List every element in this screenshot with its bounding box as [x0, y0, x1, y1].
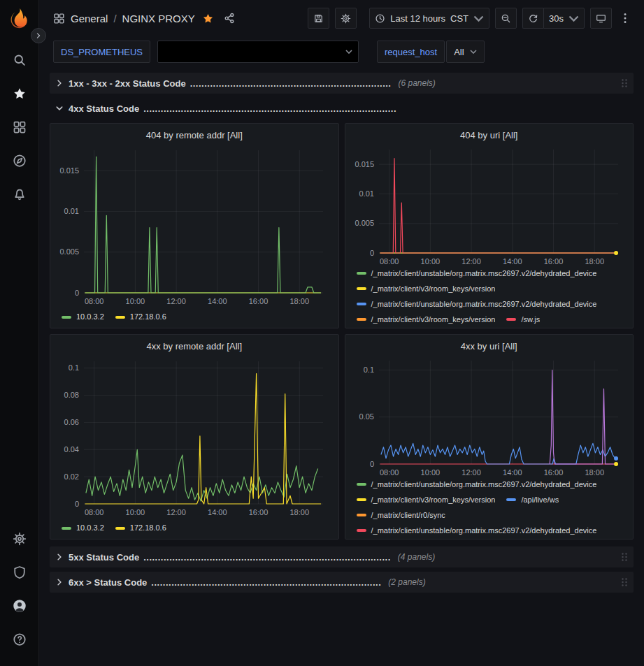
- gear-icon: [341, 13, 351, 24]
- time-range-picker[interactable]: Last 12 hours CST: [369, 8, 489, 29]
- legend-series-label: /api/live/ws: [521, 494, 559, 506]
- question-circle-icon: [13, 632, 27, 646]
- legend-series-label: /_matrix/client/unstable/org.matrix.msc2…: [371, 298, 597, 310]
- svg-text:0.02: 0.02: [64, 472, 79, 481]
- panel-title[interactable]: 4xx by uri [All]: [351, 339, 628, 355]
- zoom-out-button[interactable]: [495, 8, 517, 29]
- sidebar-item-settings[interactable]: [6, 525, 34, 553]
- panel-4xx-by-remote-addr: 4xx by remote addr [All] 08:0010:0012:00…: [50, 334, 339, 540]
- sidebar-item-alerting[interactable]: [6, 180, 34, 208]
- row-4xx-status-code[interactable]: 4xx Status Code ........................…: [50, 98, 634, 119]
- row-5xx-status-code[interactable]: 5xx Status Code ........................…: [50, 546, 634, 567]
- legend-series-label: /_matrix/client/v3/room_keys/version: [371, 494, 496, 506]
- sidebar-item-explore[interactable]: [6, 147, 34, 175]
- sidebar-item-starred[interactable]: [6, 80, 34, 108]
- sidebar-item-profile[interactable]: [6, 592, 34, 620]
- panel-title[interactable]: 404 by remote addr [All]: [56, 128, 333, 145]
- time-series-chart[interactable]: 08:0010:0012:0014:0016:0018:0000.020.040…: [56, 356, 331, 519]
- legend-series-label: /_matrix/client/unstable/org.matrix.msc2…: [371, 268, 597, 280]
- sidebar-item-help[interactable]: [6, 625, 34, 653]
- sidebar-item-server-admin[interactable]: [6, 558, 34, 586]
- refresh-icon: [528, 13, 538, 24]
- sidebar-expand-button[interactable]: [31, 28, 46, 43]
- legend-item[interactable]: /api/live/ws: [506, 494, 559, 506]
- refresh-interval-label: 30s: [549, 13, 564, 24]
- row-drag-handle-icon[interactable]: [621, 552, 628, 562]
- chevron-down-icon: [345, 50, 352, 54]
- save-icon: [313, 13, 324, 24]
- svg-text:0.04: 0.04: [64, 445, 79, 454]
- sidebar-item-dashboards[interactable]: [6, 113, 34, 141]
- top-navbar: General / NGINX PROXY: [39, 0, 644, 36]
- legend-series-color: [115, 527, 125, 530]
- row-title: 5xx Status Code: [69, 552, 139, 563]
- row-panel-count: (6 panels): [398, 78, 435, 88]
- dashboard-settings-button[interactable]: [335, 8, 357, 29]
- row-title: 6xx > Status Code: [69, 577, 147, 588]
- svg-text:18:00: 18:00: [289, 297, 309, 305]
- legend-series-label: /_matrix/client/r0/sync: [371, 509, 445, 521]
- panel-title[interactable]: 404 by uri [All]: [351, 128, 628, 144]
- legend-item[interactable]: 172.18.0.6: [115, 311, 166, 323]
- row-1xx-3xx-2xx-status-code[interactable]: 1xx - 3xx - 2xx Status Code ............…: [50, 73, 634, 94]
- row-title: 1xx - 3xx - 2xx Status Code: [69, 78, 186, 89]
- share-icon[interactable]: [224, 13, 235, 24]
- legend-item[interactable]: 172.18.0.6: [115, 522, 166, 534]
- legend-item[interactable]: /_matrix/client/unstable/org.matrix.msc2…: [357, 479, 597, 491]
- legend-series-color: [506, 318, 516, 321]
- legend-item[interactable]: /_matrix/client/r0/sync: [357, 509, 445, 521]
- panel-title[interactable]: 4xx by remote addr [All]: [56, 339, 333, 356]
- panel-grid: 404 by remote addr [All] 08:0010:0012:00…: [50, 123, 634, 540]
- datasource-picker[interactable]: [157, 41, 359, 63]
- breadcrumb: General / NGINX PROXY: [71, 13, 195, 24]
- legend-item[interactable]: /_matrix/client/unstable/org.matrix.msc2…: [357, 525, 597, 535]
- legend-series-color: [62, 527, 71, 530]
- navbar-actions: Last 12 hours CST 30: [308, 8, 633, 29]
- breadcrumb-folder[interactable]: General: [71, 13, 108, 24]
- favorite-star-icon[interactable]: [202, 13, 214, 24]
- legend-item[interactable]: /sw.js: [506, 314, 540, 324]
- legend-item[interactable]: 10.0.3.2: [62, 522, 104, 534]
- time-series-chart[interactable]: 08:0010:0012:0014:0016:0018:0000.0050.01…: [351, 144, 627, 264]
- legend-item[interactable]: /_matrix/client/v3/room_keys/version: [357, 494, 496, 506]
- row-drag-handle-icon[interactable]: [621, 577, 628, 587]
- save-dashboard-button[interactable]: [308, 8, 329, 29]
- legend-item[interactable]: /_matrix/client/unstable/org.matrix.msc2…: [357, 268, 597, 280]
- time-series-chart[interactable]: 08:0010:0012:0014:0016:0018:0000.050.1: [351, 355, 627, 475]
- time-range-label: Last 12 hours: [390, 13, 445, 24]
- legend-series-color: [62, 316, 71, 319]
- time-series-chart[interactable]: 08:0010:0012:0014:0016:0018:0000.0050.01…: [56, 145, 331, 308]
- legend-series-label: 10.0.3.2: [76, 522, 104, 534]
- refresh-button[interactable]: [522, 8, 543, 29]
- row-panel-count: (4 panels): [398, 552, 435, 562]
- legend-series-color: [357, 498, 366, 501]
- main-area: General / NGINX PROXY: [39, 0, 644, 666]
- legend-item[interactable]: 10.0.3.2: [62, 311, 104, 323]
- row-6xx-status-code[interactable]: 6xx > Status Code ......................…: [50, 572, 634, 593]
- svg-text:0.1: 0.1: [363, 365, 373, 374]
- legend-item[interactable]: /_matrix/client/unstable/org.matrix.msc2…: [357, 298, 597, 310]
- sidebar-item-search[interactable]: [6, 46, 34, 74]
- legend-item[interactable]: /_matrix/client/v3/room_keys/version: [357, 283, 496, 295]
- legend-series-label: /sw.js: [521, 314, 540, 324]
- row-drag-handle-icon[interactable]: [621, 78, 628, 88]
- refresh-interval-dropdown[interactable]: 30s: [543, 8, 585, 29]
- grafana-logo[interactable]: [8, 7, 31, 31]
- legend-series-color: [357, 483, 366, 486]
- svg-text:0: 0: [75, 500, 79, 508]
- panel-404-by-remote-addr: 404 by remote addr [All] 08:0010:0012:00…: [50, 123, 339, 328]
- svg-text:0.01: 0.01: [64, 207, 79, 215]
- legend-item[interactable]: /_matrix/client/v3/room_keys/version: [357, 314, 496, 324]
- request-host-select[interactable]: All: [446, 41, 484, 63]
- breadcrumb-title[interactable]: NGINX PROXY: [122, 13, 195, 24]
- ds-prometheus-label: DS_PROMETHEUS: [61, 47, 143, 57]
- legend-series-color: [357, 272, 366, 275]
- svg-text:14:00: 14:00: [503, 257, 522, 264]
- svg-text:0: 0: [369, 460, 373, 468]
- more-menu-button[interactable]: [617, 8, 633, 29]
- svg-text:0.015: 0.015: [59, 166, 79, 175]
- svg-text:14:00: 14:00: [503, 468, 522, 475]
- legend-series-label: 172.18.0.6: [130, 522, 166, 534]
- cycle-view-button[interactable]: [590, 8, 612, 29]
- clock-icon: [375, 13, 385, 24]
